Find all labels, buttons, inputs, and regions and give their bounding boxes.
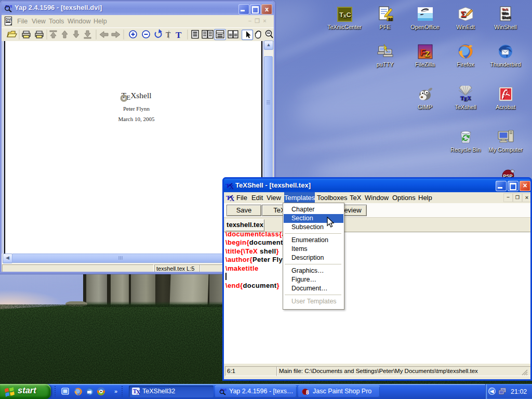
svg-text:TEX: TEX — [460, 95, 471, 102]
svg-text:TeX: TeX — [502, 7, 508, 11]
svg-text:X: X — [136, 389, 140, 395]
svg-text:Z: Z — [425, 49, 430, 58]
svg-text:Σ: Σ — [461, 10, 466, 19]
svg-text:Shell: Shell — [502, 16, 511, 19]
svg-text:T: T — [176, 30, 182, 40]
svg-text:T: T — [166, 31, 170, 39]
svg-text:8: 8 — [306, 390, 309, 395]
svg-text:DVI: DVI — [6, 18, 11, 21]
svg-text:32: 32 — [388, 17, 392, 21]
svg-text:Win: Win — [502, 11, 509, 15]
